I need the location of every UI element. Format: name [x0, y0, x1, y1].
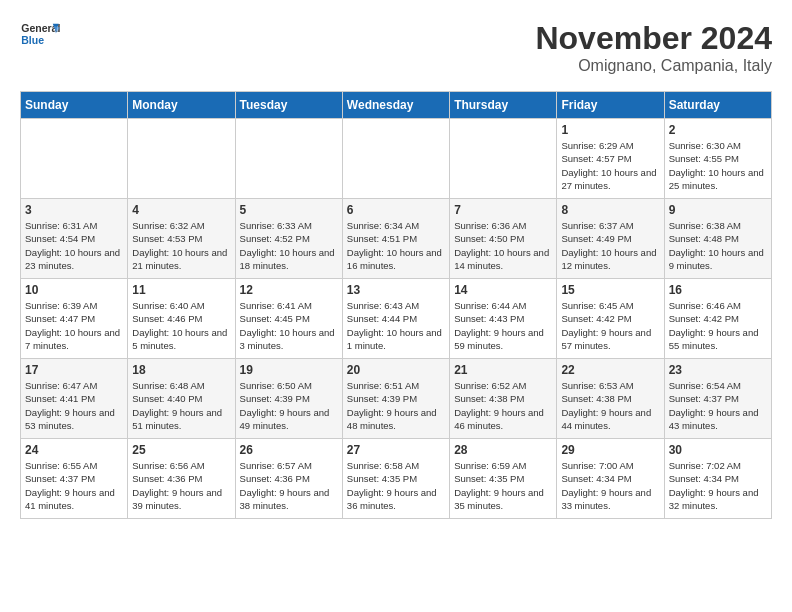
- location-subtitle: Omignano, Campania, Italy: [535, 57, 772, 75]
- calendar-cell: [235, 119, 342, 199]
- calendar-cell: 19Sunrise: 6:50 AM Sunset: 4:39 PM Dayli…: [235, 359, 342, 439]
- day-number: 10: [25, 283, 123, 297]
- day-number: 28: [454, 443, 552, 457]
- day-info: Sunrise: 6:31 AM Sunset: 4:54 PM Dayligh…: [25, 219, 123, 272]
- day-info: Sunrise: 6:34 AM Sunset: 4:51 PM Dayligh…: [347, 219, 445, 272]
- day-number: 6: [347, 203, 445, 217]
- day-number: 23: [669, 363, 767, 377]
- day-info: Sunrise: 6:40 AM Sunset: 4:46 PM Dayligh…: [132, 299, 230, 352]
- calendar-cell: [450, 119, 557, 199]
- day-info: Sunrise: 6:47 AM Sunset: 4:41 PM Dayligh…: [25, 379, 123, 432]
- day-number: 20: [347, 363, 445, 377]
- calendar-cell: [21, 119, 128, 199]
- day-number: 18: [132, 363, 230, 377]
- day-number: 8: [561, 203, 659, 217]
- day-number: 15: [561, 283, 659, 297]
- day-number: 21: [454, 363, 552, 377]
- day-number: 13: [347, 283, 445, 297]
- calendar-cell: 5Sunrise: 6:33 AM Sunset: 4:52 PM Daylig…: [235, 199, 342, 279]
- day-info: Sunrise: 6:43 AM Sunset: 4:44 PM Dayligh…: [347, 299, 445, 352]
- month-title: November 2024: [535, 20, 772, 57]
- calendar-body: 1Sunrise: 6:29 AM Sunset: 4:57 PM Daylig…: [21, 119, 772, 519]
- day-number: 3: [25, 203, 123, 217]
- calendar-cell: 27Sunrise: 6:58 AM Sunset: 4:35 PM Dayli…: [342, 439, 449, 519]
- calendar-cell: 20Sunrise: 6:51 AM Sunset: 4:39 PM Dayli…: [342, 359, 449, 439]
- day-info: Sunrise: 6:59 AM Sunset: 4:35 PM Dayligh…: [454, 459, 552, 512]
- day-number: 29: [561, 443, 659, 457]
- day-header-friday: Friday: [557, 92, 664, 119]
- calendar-header-row: SundayMondayTuesdayWednesdayThursdayFrid…: [21, 92, 772, 119]
- calendar-cell: [342, 119, 449, 199]
- day-info: Sunrise: 6:58 AM Sunset: 4:35 PM Dayligh…: [347, 459, 445, 512]
- page-header: General Blue November 2024 Omignano, Cam…: [20, 20, 772, 75]
- day-number: 19: [240, 363, 338, 377]
- calendar-cell: 28Sunrise: 6:59 AM Sunset: 4:35 PM Dayli…: [450, 439, 557, 519]
- day-info: Sunrise: 7:00 AM Sunset: 4:34 PM Dayligh…: [561, 459, 659, 512]
- calendar-cell: 14Sunrise: 6:44 AM Sunset: 4:43 PM Dayli…: [450, 279, 557, 359]
- calendar-cell: 15Sunrise: 6:45 AM Sunset: 4:42 PM Dayli…: [557, 279, 664, 359]
- day-number: 25: [132, 443, 230, 457]
- day-info: Sunrise: 6:38 AM Sunset: 4:48 PM Dayligh…: [669, 219, 767, 272]
- calendar-cell: 17Sunrise: 6:47 AM Sunset: 4:41 PM Dayli…: [21, 359, 128, 439]
- calendar-cell: 24Sunrise: 6:55 AM Sunset: 4:37 PM Dayli…: [21, 439, 128, 519]
- day-info: Sunrise: 6:46 AM Sunset: 4:42 PM Dayligh…: [669, 299, 767, 352]
- calendar-week-row: 1Sunrise: 6:29 AM Sunset: 4:57 PM Daylig…: [21, 119, 772, 199]
- calendar-cell: 21Sunrise: 6:52 AM Sunset: 4:38 PM Dayli…: [450, 359, 557, 439]
- day-info: Sunrise: 6:57 AM Sunset: 4:36 PM Dayligh…: [240, 459, 338, 512]
- day-info: Sunrise: 6:30 AM Sunset: 4:55 PM Dayligh…: [669, 139, 767, 192]
- day-info: Sunrise: 6:32 AM Sunset: 4:53 PM Dayligh…: [132, 219, 230, 272]
- calendar-cell: 7Sunrise: 6:36 AM Sunset: 4:50 PM Daylig…: [450, 199, 557, 279]
- calendar-cell: 18Sunrise: 6:48 AM Sunset: 4:40 PM Dayli…: [128, 359, 235, 439]
- calendar-cell: 30Sunrise: 7:02 AM Sunset: 4:34 PM Dayli…: [664, 439, 771, 519]
- day-number: 26: [240, 443, 338, 457]
- day-info: Sunrise: 6:50 AM Sunset: 4:39 PM Dayligh…: [240, 379, 338, 432]
- calendar-cell: [128, 119, 235, 199]
- day-info: Sunrise: 6:56 AM Sunset: 4:36 PM Dayligh…: [132, 459, 230, 512]
- day-number: 12: [240, 283, 338, 297]
- svg-text:Blue: Blue: [21, 34, 44, 46]
- calendar-cell: 11Sunrise: 6:40 AM Sunset: 4:46 PM Dayli…: [128, 279, 235, 359]
- day-number: 27: [347, 443, 445, 457]
- day-info: Sunrise: 6:41 AM Sunset: 4:45 PM Dayligh…: [240, 299, 338, 352]
- day-info: Sunrise: 6:33 AM Sunset: 4:52 PM Dayligh…: [240, 219, 338, 272]
- calendar-cell: 4Sunrise: 6:32 AM Sunset: 4:53 PM Daylig…: [128, 199, 235, 279]
- calendar-cell: 2Sunrise: 6:30 AM Sunset: 4:55 PM Daylig…: [664, 119, 771, 199]
- calendar-table: SundayMondayTuesdayWednesdayThursdayFrid…: [20, 91, 772, 519]
- calendar-week-row: 10Sunrise: 6:39 AM Sunset: 4:47 PM Dayli…: [21, 279, 772, 359]
- day-number: 4: [132, 203, 230, 217]
- day-number: 16: [669, 283, 767, 297]
- day-info: Sunrise: 6:48 AM Sunset: 4:40 PM Dayligh…: [132, 379, 230, 432]
- calendar-cell: 10Sunrise: 6:39 AM Sunset: 4:47 PM Dayli…: [21, 279, 128, 359]
- calendar-cell: 16Sunrise: 6:46 AM Sunset: 4:42 PM Dayli…: [664, 279, 771, 359]
- calendar-cell: 25Sunrise: 6:56 AM Sunset: 4:36 PM Dayli…: [128, 439, 235, 519]
- day-info: Sunrise: 6:39 AM Sunset: 4:47 PM Dayligh…: [25, 299, 123, 352]
- day-info: Sunrise: 7:02 AM Sunset: 4:34 PM Dayligh…: [669, 459, 767, 512]
- calendar-cell: 29Sunrise: 7:00 AM Sunset: 4:34 PM Dayli…: [557, 439, 664, 519]
- calendar-week-row: 17Sunrise: 6:47 AM Sunset: 4:41 PM Dayli…: [21, 359, 772, 439]
- day-number: 14: [454, 283, 552, 297]
- calendar-cell: 23Sunrise: 6:54 AM Sunset: 4:37 PM Dayli…: [664, 359, 771, 439]
- day-info: Sunrise: 6:54 AM Sunset: 4:37 PM Dayligh…: [669, 379, 767, 432]
- day-info: Sunrise: 6:53 AM Sunset: 4:38 PM Dayligh…: [561, 379, 659, 432]
- calendar-cell: 8Sunrise: 6:37 AM Sunset: 4:49 PM Daylig…: [557, 199, 664, 279]
- day-number: 7: [454, 203, 552, 217]
- day-info: Sunrise: 6:37 AM Sunset: 4:49 PM Dayligh…: [561, 219, 659, 272]
- calendar-cell: 3Sunrise: 6:31 AM Sunset: 4:54 PM Daylig…: [21, 199, 128, 279]
- day-number: 30: [669, 443, 767, 457]
- calendar-cell: 22Sunrise: 6:53 AM Sunset: 4:38 PM Dayli…: [557, 359, 664, 439]
- day-header-monday: Monday: [128, 92, 235, 119]
- day-header-thursday: Thursday: [450, 92, 557, 119]
- day-number: 17: [25, 363, 123, 377]
- day-info: Sunrise: 6:29 AM Sunset: 4:57 PM Dayligh…: [561, 139, 659, 192]
- calendar-cell: 26Sunrise: 6:57 AM Sunset: 4:36 PM Dayli…: [235, 439, 342, 519]
- day-number: 24: [25, 443, 123, 457]
- calendar-cell: 1Sunrise: 6:29 AM Sunset: 4:57 PM Daylig…: [557, 119, 664, 199]
- logo: General Blue: [20, 20, 60, 50]
- day-info: Sunrise: 6:55 AM Sunset: 4:37 PM Dayligh…: [25, 459, 123, 512]
- logo-icon: General Blue: [20, 20, 60, 50]
- calendar-cell: 12Sunrise: 6:41 AM Sunset: 4:45 PM Dayli…: [235, 279, 342, 359]
- title-area: November 2024 Omignano, Campania, Italy: [535, 20, 772, 75]
- day-info: Sunrise: 6:52 AM Sunset: 4:38 PM Dayligh…: [454, 379, 552, 432]
- calendar-week-row: 3Sunrise: 6:31 AM Sunset: 4:54 PM Daylig…: [21, 199, 772, 279]
- calendar-week-row: 24Sunrise: 6:55 AM Sunset: 4:37 PM Dayli…: [21, 439, 772, 519]
